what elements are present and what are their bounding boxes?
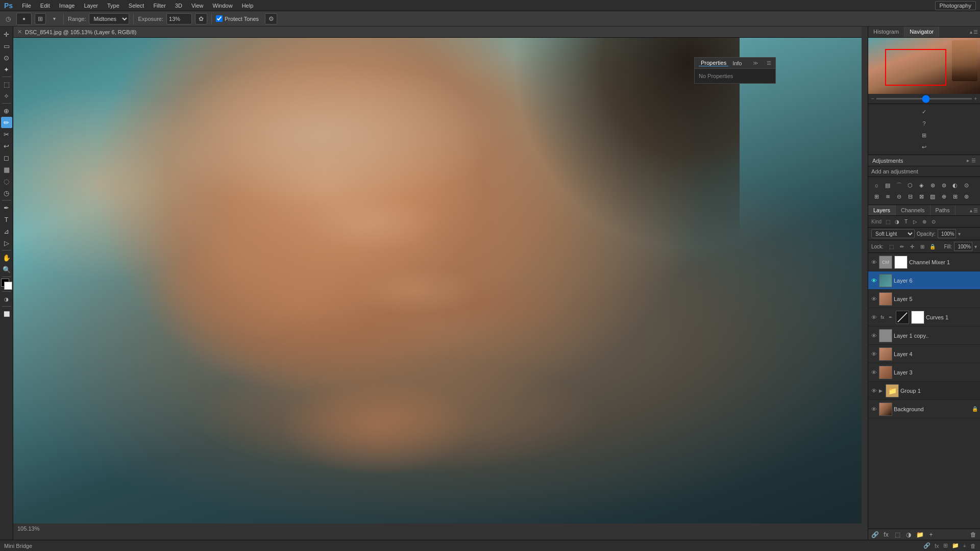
new-fill-adj-btn[interactable]: ◑ — [904, 530, 913, 539]
adj-photo-filter[interactable]: ⊙ — [961, 180, 971, 190]
pen-tool[interactable]: ✒ — [1, 202, 12, 213]
path-select-tool[interactable]: ⊿ — [1, 226, 12, 237]
layer-row[interactable]: 👁 Layer 5 — [868, 290, 980, 308]
link-icon[interactable]: 🔗 — [923, 542, 930, 549]
trash-bottom-icon[interactable]: 🗑 — [970, 543, 976, 549]
adj-bw[interactable]: ◐ — [950, 180, 960, 190]
layer-row[interactable]: 👁 fx ✒ Curves 1 — [868, 308, 980, 327]
tool-size-icon[interactable]: ● — [16, 13, 32, 25]
folder-bottom-icon[interactable]: 📁 — [952, 542, 959, 549]
adj-extra1[interactable]: ⊞ — [950, 191, 960, 202]
eraser-tool[interactable]: ◻ — [1, 152, 12, 163]
gradient-tool[interactable]: ▦ — [1, 164, 12, 175]
nav-preview-box[interactable] — [885, 49, 946, 86]
zoom-slider[interactable] — [876, 98, 972, 99]
adj-threshold[interactable]: ⊠ — [916, 191, 926, 202]
filter-pixel-icon[interactable]: ⬚ — [884, 217, 892, 226]
zoom-in-icon[interactable]: + — [974, 96, 977, 102]
zoom-out-icon[interactable]: − — [871, 96, 874, 102]
canvas-scroll-x[interactable] — [13, 534, 868, 540]
menu-window[interactable]: Window — [209, 2, 237, 10]
crop-tool[interactable]: ⬚ — [1, 79, 12, 90]
layer-row[interactable]: 👁 CM Channel Mixer 1 — [868, 253, 980, 271]
grid-icon[interactable]: ⊞ — [919, 130, 930, 141]
layer-visibility-btn[interactable]: 👁 — [870, 332, 877, 339]
learn-icon[interactable]: ? — [919, 118, 930, 129]
menu-edit[interactable]: Edit — [36, 2, 54, 10]
fill-input[interactable] — [954, 242, 972, 251]
protect-tones-checkbox[interactable] — [216, 15, 223, 22]
adj-color-balance[interactable]: ⊜ — [939, 180, 949, 190]
zoom-tool[interactable]: 🔍 — [1, 264, 12, 275]
blend-mode-dropdown[interactable]: Soft Light Normal Multiply Screen Overla… — [871, 229, 915, 238]
filter-adj-icon[interactable]: ◑ — [893, 217, 901, 226]
properties-tab[interactable]: Properties — [699, 60, 728, 66]
link-layers-btn[interactable]: 🔗 — [870, 530, 879, 539]
adj-exposure[interactable]: ⬡ — [905, 180, 915, 190]
adj-selective-color[interactable]: ⊕ — [939, 191, 949, 202]
code-icon[interactable]: fx — [935, 543, 939, 549]
adj-invert[interactable]: ⊝ — [894, 191, 904, 202]
screen-mode-btn[interactable]: ⬜ — [1, 308, 12, 319]
adj-curves[interactable]: ⌒ — [894, 180, 904, 190]
adjustments-expand[interactable]: ▸ — [967, 158, 969, 163]
adj-brightness[interactable]: ☼ — [871, 180, 881, 190]
layer-visibility-btn[interactable]: 👁 — [870, 387, 877, 394]
lasso-tool[interactable]: ⊙ — [1, 52, 12, 63]
range-dropdown[interactable]: Midtones Shadows Highlights — [89, 13, 129, 24]
curves-fx-icon[interactable]: fx — [879, 314, 886, 321]
properties-menu-btn[interactable]: ☰ — [767, 60, 771, 66]
histogram-tab[interactable]: Histogram — [868, 27, 904, 37]
marquee-tool[interactable]: ▭ — [1, 40, 12, 52]
brush-options-icon[interactable]: ▾ — [49, 14, 59, 24]
dodge-tool[interactable]: ◷ — [1, 187, 12, 198]
canvas-scroll-y[interactable] — [862, 27, 868, 534]
airbrush-icon[interactable]: ✿ — [195, 13, 207, 24]
layers-menu-btn[interactable]: ☰ — [973, 208, 978, 213]
layer-visibility-btn[interactable]: 👁 — [870, 369, 877, 376]
adj-vibrance[interactable]: ◈ — [916, 180, 926, 190]
canvas-image[interactable] — [13, 38, 868, 523]
layer-row[interactable]: 👁 Layer 1 copy.. — [868, 327, 980, 345]
nav-collapse-btn[interactable]: ▴ — [970, 29, 972, 35]
properties-expand-btn[interactable]: ≫ — [753, 60, 758, 66]
layer-visibility-btn[interactable]: 👁 — [870, 277, 877, 284]
extra-tool-icon[interactable]: ⚙ — [265, 13, 277, 24]
magic-wand-tool[interactable]: ✦ — [1, 64, 12, 75]
menu-file[interactable]: File — [18, 2, 35, 10]
layers-tab[interactable]: Layers — [868, 205, 896, 215]
filter-extra-icon[interactable]: ⊙ — [929, 217, 938, 226]
new-layer-btn[interactable]: + — [926, 530, 936, 539]
brush-preset-icon[interactable]: ⊞ — [35, 13, 46, 24]
filter-shape-icon[interactable]: ▷ — [911, 217, 919, 226]
adj-extra2[interactable]: ⊛ — [961, 191, 971, 202]
adj-posterize[interactable]: ⊟ — [905, 191, 915, 202]
shape-tool[interactable]: ▷ — [1, 237, 12, 248]
spot-heal-tool[interactable]: ⊕ — [1, 105, 12, 116]
layer-visibility-btn[interactable]: 👁 — [870, 406, 877, 413]
lock-position-icon[interactable]: ✛ — [908, 242, 916, 251]
menu-filter[interactable]: Filter — [149, 2, 169, 10]
workspace-switcher[interactable]: Photography — [935, 1, 976, 10]
filter-type-icon[interactable]: T — [902, 217, 910, 226]
layer-row[interactable]: 👁 ▶ 📁 Group 1 — [868, 382, 980, 400]
menu-help[interactable]: Help — [238, 2, 258, 10]
layer-visibility-btn[interactable]: 👁 — [870, 314, 877, 321]
menu-3d[interactable]: 3D — [171, 2, 186, 10]
move-tool[interactable]: ✛ — [1, 29, 12, 40]
add-style-btn[interactable]: fx — [881, 530, 891, 539]
brush-tool[interactable]: ✏ — [1, 117, 12, 128]
add-mask-btn[interactable]: ⬚ — [893, 530, 902, 539]
blur-tool[interactable]: ◌ — [1, 176, 12, 187]
foreground-background-colors[interactable] — [1, 279, 12, 290]
curves-pen-icon[interactable]: ✒ — [887, 314, 894, 321]
exposure-input[interactable] — [166, 13, 192, 24]
layer-visibility-btn[interactable]: 👁 — [870, 295, 877, 303]
lock-transparent-icon[interactable]: ⬚ — [888, 242, 896, 251]
layer-visibility-btn[interactable]: 👁 — [870, 259, 877, 266]
type-tool[interactable]: T — [1, 214, 12, 225]
history-brush-tool[interactable]: ↩ — [1, 140, 12, 152]
adjustments-header[interactable]: Adjustments ▸ ☰ — [868, 155, 980, 166]
navigator-preview[interactable] — [868, 38, 980, 94]
quick-mask-tool[interactable]: ◑ — [1, 293, 12, 305]
